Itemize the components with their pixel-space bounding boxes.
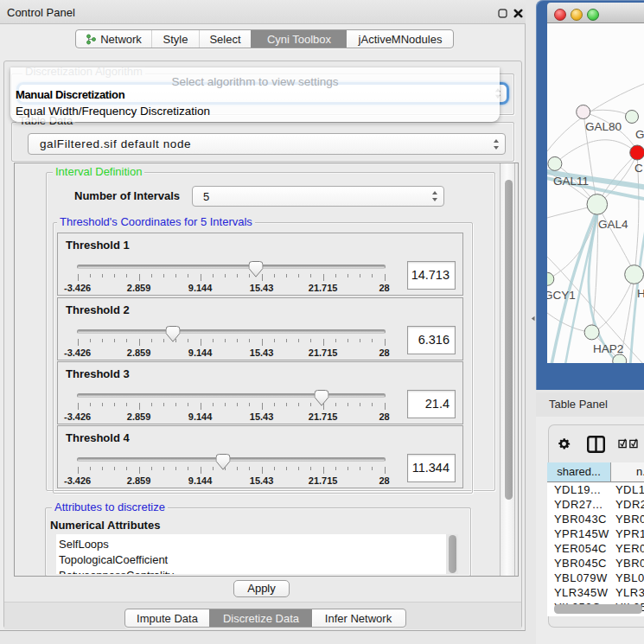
svg-text:GAL4: GAL4 <box>598 218 628 231</box>
svg-text:H: H <box>637 287 644 300</box>
svg-text:GA: GA <box>635 128 644 141</box>
svg-text:GAL80: GAL80 <box>585 120 622 133</box>
svg-text:GCY1: GCY1 <box>547 289 576 302</box>
svg-text:HAP2: HAP2 <box>593 342 623 355</box>
svg-text:GAL11: GAL11 <box>553 175 589 188</box>
svg-text:C: C <box>634 162 643 175</box>
